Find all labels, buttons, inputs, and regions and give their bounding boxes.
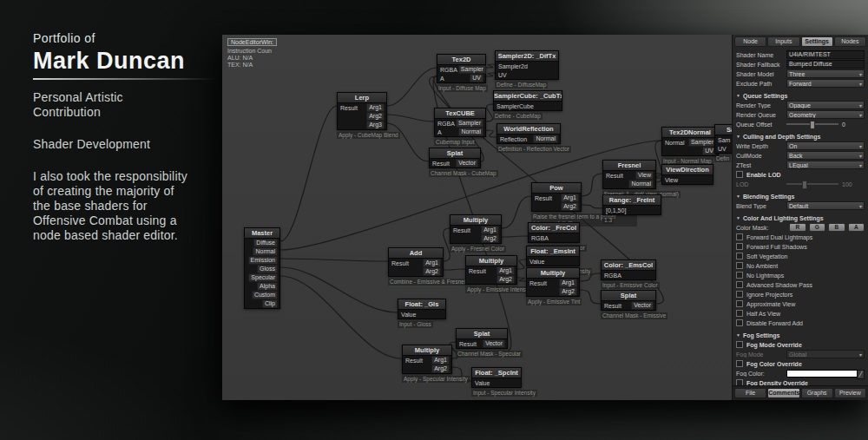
dropdown-write-depth[interactable]: On▾ [786, 141, 865, 150]
input-port-normal[interactable]: Normal [628, 180, 654, 188]
checkbox-fog-color-override[interactable] [736, 360, 743, 367]
input-port-diffuse[interactable]: Diffuse [253, 239, 278, 247]
node-sampler2d-diftx[interactable]: Sampler2D: _DifTxSampler2dUVDefine - Dif… [495, 50, 559, 89]
output-port-value[interactable]: Value [400, 312, 417, 318]
checkbox-approximate-view[interactable] [736, 300, 743, 307]
node-tex2dnormal[interactable]: Tex2DNormalNormalSamplerUVInput - Normal… [661, 127, 719, 165]
node-graph-canvas[interactable]: Tex2DRGBASamplerAUVInput - Diffuse MapSa… [222, 35, 732, 400]
foldout-triangle-icon[interactable]: ▼ [736, 134, 740, 139]
input-port-arg3[interactable]: Arg3 [366, 121, 385, 129]
output-port-value[interactable]: Value [529, 259, 545, 265]
node-lerp[interactable]: LerpResultArg1Arg2Arg3Apply - CubeMap Bl… [337, 92, 387, 139]
input-port-arg2[interactable]: Arg2 [431, 364, 450, 373]
input-port-clip[interactable]: Clip [262, 299, 278, 308]
dropdown-exclude-path[interactable]: Forward▾ [786, 79, 865, 88]
input-port-arg1[interactable]: Arg1 [559, 279, 577, 287]
checkbox-half-as-view[interactable] [736, 310, 743, 317]
output-port-a[interactable]: A [437, 129, 443, 135]
output-port-view[interactable]: View [664, 177, 679, 183]
input-port-normal[interactable]: Normal [253, 247, 278, 256]
input-port-vector[interactable]: Vector [631, 301, 654, 310]
checkbox-soft-vegetation[interactable] [736, 253, 743, 259]
output-port-value[interactable]: Value [474, 380, 490, 386]
input-port-arg2[interactable]: Arg2 [366, 112, 385, 121]
node-range-freint[interactable]: Range: _FreInt[0,1,50]1.3 [602, 194, 661, 224]
checkbox-fog-density-override[interactable] [736, 379, 743, 385]
tab-node[interactable]: Node [734, 36, 766, 47]
output-port-uv[interactable]: UV [717, 146, 727, 152]
tab-graphs[interactable]: Graphs [801, 388, 833, 398]
input-port-arg2[interactable]: Arg2 [423, 267, 441, 276]
checkbox-forward-full-shadows[interactable] [736, 243, 743, 250]
input-port-arg2[interactable]: Arg2 [481, 234, 499, 243]
output-port-result[interactable]: Result [529, 280, 548, 286]
foldout-triangle-icon[interactable]: ▼ [736, 194, 740, 199]
output-port-sam[interactable]: Sam [717, 137, 731, 143]
dropdown-render-queue[interactable]: Geometry▾ [786, 110, 865, 119]
checkbox-disable-forward-add[interactable] [736, 319, 743, 326]
node-splat-cubemap[interactable]: SplatResultVectorChannel Mask - CubeMap [429, 148, 481, 177]
checkbox-fog-mode-override[interactable] [736, 341, 743, 348]
output-port-result[interactable]: Result [468, 268, 487, 274]
output-port-result[interactable]: Result [404, 358, 424, 364]
node-float-gls[interactable]: Float: _GlsValueInput - Gloss [398, 299, 446, 328]
input-port-emission[interactable]: Emission [248, 256, 278, 265]
output-port-result[interactable]: Result [452, 227, 471, 233]
tab-comments[interactable]: Comments [767, 388, 799, 398]
output-port-rgba[interactable]: RGBA [530, 235, 549, 241]
checkbox-no-lightmaps[interactable] [736, 272, 743, 279]
tab-nodes[interactable]: Nodes [834, 36, 866, 47]
output-port-result[interactable]: Result [339, 105, 358, 111]
node-add[interactable]: AddResultArg1Arg2Combine - Emissive & Fr… [388, 247, 444, 286]
input-port-alpha[interactable]: Alpha [257, 282, 278, 291]
node-texcube[interactable]: TexCUBERGBASamplerANormalCubemap Input [434, 108, 486, 146]
output-port-rgba[interactable]: RGBA [439, 67, 458, 73]
checkbox-no-ambient[interactable] [736, 262, 743, 269]
node-viewdirection[interactable]: ViewDirectionView [661, 164, 713, 185]
output-port-result[interactable]: Result [391, 260, 410, 266]
input-port-uv[interactable]: UV [470, 74, 483, 82]
tab-inputs[interactable]: Inputs [767, 36, 799, 47]
output-port-a[interactable]: A [439, 76, 445, 82]
output-port-result[interactable]: Result [603, 303, 622, 309]
node-pow[interactable]: PowResultArg1Arg2Raise the fresnel term … [531, 182, 582, 227]
output-port-result[interactable]: Result [458, 341, 477, 347]
color-mask-button-b[interactable]: B [828, 223, 845, 232]
slider-queue-offset[interactable] [786, 123, 838, 125]
text-input-shader-name[interactable]: U4iA/RIMTEST [786, 50, 865, 59]
dropdown-cullmode[interactable]: Back▾ [786, 151, 865, 160]
foldout-triangle-icon[interactable]: ▼ [736, 332, 740, 338]
node-tex2d[interactable]: Tex2DRGBASamplerAUVInput - Diffuse Map [437, 54, 486, 92]
output-port-result[interactable]: Result [534, 195, 553, 201]
dropdown-render-type[interactable]: Opaque▾ [786, 101, 865, 109]
output-port-rgba[interactable]: RGBA [437, 121, 456, 127]
input-port-normal[interactable]: Normal [533, 135, 558, 143]
dropdown-blend-type[interactable]: Default▾ [786, 201, 865, 210]
input-port-gloss[interactable]: Gloss [257, 265, 278, 273]
checkbox-enable-lod[interactable] [736, 171, 743, 178]
checkbox-ignore-projectors[interactable] [736, 291, 743, 298]
dropdown-shader-model[interactable]: Three▾ [786, 69, 865, 78]
node-samplercube-cubtx[interactable]: SamplerCube: _CubTxSamplerCubeDefine - C… [493, 90, 562, 120]
checkbox-advanced-shadow-pass[interactable] [736, 281, 743, 288]
slider-thumb[interactable] [810, 121, 815, 129]
node-color-emscol[interactable]: Color: _EmsColRGBAInput - Emissive Color [601, 259, 656, 289]
input-port-arg1[interactable]: Arg1 [496, 266, 515, 275]
foldout-triangle-icon[interactable]: ▼ [736, 93, 740, 98]
input-port-vector[interactable]: Vector [456, 159, 478, 167]
dropdown-ztest[interactable]: LEqual▾ [786, 161, 865, 169]
foldout-triangle-icon[interactable]: ▼ [736, 215, 740, 220]
node-fresnel[interactable]: FresnelResultViewNormalFresnel: 1 - dot(… [602, 160, 656, 198]
node-splat-emissive[interactable]: SplatResultVectorChannel Mask - Emissive [601, 290, 656, 319]
tab-file[interactable]: File [734, 388, 766, 398]
input-port-sampler[interactable]: Sampler [458, 65, 486, 74]
output-port-normal[interactable]: Normal [664, 140, 686, 146]
input-port-sampler[interactable]: Sampler [688, 138, 716, 147]
output-port-rgba[interactable]: RGBA [603, 273, 622, 279]
node-master[interactable]: MasterDiffuseNormalEmissionGlossSpecular… [244, 227, 280, 309]
input-port-sampler[interactable]: Sampler [456, 119, 483, 128]
node-multiply-emissive-intensity[interactable]: MultiplyResultArg1Arg2Apply - Emissive I… [465, 255, 517, 293]
output-port-result[interactable]: Result [605, 173, 624, 179]
output-port-0-1-50[interactable]: [0,1,50] [605, 207, 627, 213]
input-port-arg2[interactable]: Arg2 [561, 202, 579, 211]
